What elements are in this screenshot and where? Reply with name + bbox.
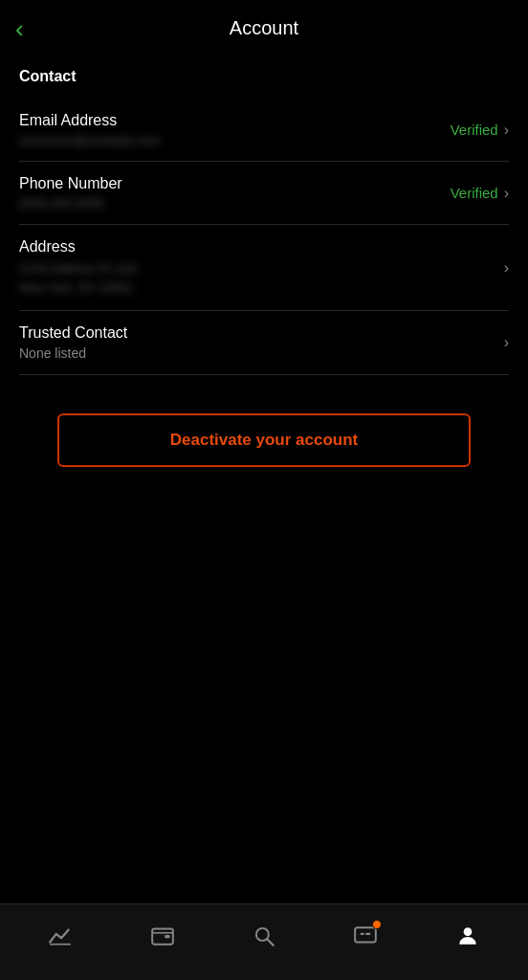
email-item[interactable]: Email Address someuser@example.com Verif… (0, 99, 528, 161)
nav-item-search[interactable] (238, 916, 290, 960)
nav-item-portfolio[interactable] (34, 916, 86, 960)
deactivate-section: Deactivate your account (0, 375, 528, 505)
chart-icon (48, 924, 73, 952)
wallet-icon (150, 924, 175, 952)
phone-chevron-icon: › (504, 185, 509, 202)
phone-right: Verified › (451, 185, 509, 202)
email-value: someuser@example.com (19, 133, 509, 147)
address-item[interactable]: Address 1234 Address St Unit New York, N… (0, 225, 528, 310)
nav-item-profile[interactable] (442, 916, 494, 960)
svg-line-5 (267, 939, 274, 946)
header: ‹ Account (0, 0, 528, 53)
trusted-sub: None listed (19, 345, 509, 361)
address-value: 1234 Address St Unit New York, NY 10001 (19, 259, 509, 297)
email-chevron-icon: › (504, 122, 509, 139)
address-title: Address (19, 238, 509, 256)
email-verified-label: Verified (451, 122, 498, 138)
phone-title: Phone Number (19, 175, 509, 192)
person-icon (455, 924, 480, 952)
trusted-title: Trusted Contact (19, 324, 509, 342)
page-title: Account (230, 17, 298, 39)
trusted-chevron-icon: › (504, 334, 509, 351)
address-chevron-icon: › (504, 259, 509, 277)
email-title: Email Address (19, 112, 509, 129)
trusted-contact-item[interactable]: Trusted Contact None listed › (0, 311, 528, 374)
bottom-nav (0, 903, 528, 980)
messages-badge (372, 920, 382, 929)
deactivate-button[interactable]: Deactivate your account (57, 413, 471, 467)
back-button[interactable]: ‹ (15, 16, 24, 41)
svg-rect-6 (356, 927, 377, 942)
email-right: Verified › (451, 122, 509, 139)
nav-item-wallet[interactable] (137, 916, 188, 960)
phone-item[interactable]: Phone Number (555) 555-5555 Verified › (0, 162, 528, 224)
phone-verified-label: Verified (451, 185, 498, 201)
address-right: › (504, 259, 509, 277)
trusted-right: › (504, 334, 509, 351)
contact-section-label: Contact (0, 62, 528, 99)
nav-item-messages[interactable] (340, 916, 391, 960)
address-line1: 1234 Address St Unit (19, 259, 509, 278)
svg-rect-2 (165, 934, 169, 937)
search-icon (252, 924, 276, 952)
svg-point-9 (463, 927, 472, 936)
address-line2: New York, NY 10001 (19, 278, 509, 298)
content-area: Contact Email Address someuser@example.c… (0, 53, 528, 375)
phone-value: (555) 555-5555 (19, 196, 509, 211)
